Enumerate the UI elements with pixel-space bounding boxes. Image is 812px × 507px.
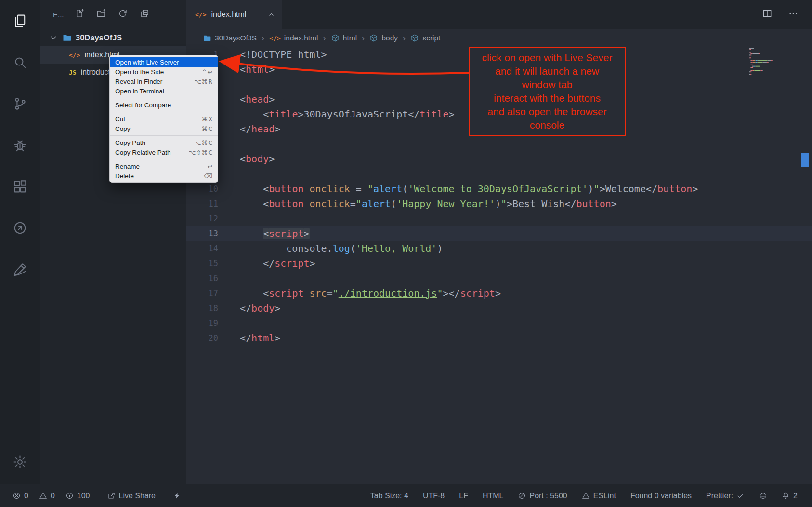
share-icon bbox=[107, 492, 116, 500]
menu-item-label: Reveal in Finder bbox=[115, 78, 162, 85]
breadcrumb-label: html bbox=[343, 34, 357, 42]
menu-item-copy-path[interactable]: Copy Path⌥⌘C bbox=[110, 138, 218, 147]
breadcrumb-body[interactable]: body bbox=[369, 34, 398, 42]
check-icon bbox=[736, 492, 745, 500]
status-found-variables[interactable]: Found 0 variables bbox=[630, 492, 692, 500]
activity-explorer[interactable] bbox=[0, 0, 40, 41]
breadcrumb-separator: › bbox=[403, 33, 406, 43]
code-line-19: 19 bbox=[186, 316, 812, 331]
line-number: 16 bbox=[186, 271, 218, 286]
more-actions-button[interactable] bbox=[788, 8, 799, 21]
status-eol[interactable]: LF bbox=[459, 492, 468, 500]
annotation-text: interact with the buttons bbox=[471, 91, 623, 105]
menu-item-select-for-compare[interactable]: Select for Compare bbox=[110, 100, 218, 110]
status-text: Live Share bbox=[119, 492, 156, 500]
menu-item-copy[interactable]: Copy⌘C bbox=[110, 124, 218, 133]
status-tab-size[interactable]: Tab Size: 4 bbox=[370, 492, 408, 500]
status-eslint[interactable]: ESLint bbox=[582, 492, 616, 500]
menu-item-reveal-in-finder[interactable]: Reveal in Finder⌥⌘R bbox=[110, 77, 218, 86]
status-notifications[interactable]: 2 bbox=[782, 492, 798, 500]
bolt-icon bbox=[173, 492, 181, 500]
status-encoding[interactable]: UTF-8 bbox=[423, 492, 445, 500]
annotation-text: and also open the browser bbox=[471, 105, 623, 118]
breadcrumb-index-html[interactable]: </>index.html bbox=[269, 34, 318, 42]
code-text: <body> bbox=[240, 152, 275, 167]
line-number: 12 bbox=[186, 211, 218, 226]
pen-icon bbox=[13, 262, 27, 277]
menu-item-shortcut: ⌘C bbox=[202, 125, 213, 132]
status-quick-run[interactable] bbox=[173, 492, 181, 500]
minimap[interactable] bbox=[747, 46, 796, 79]
status-text: 2 bbox=[793, 492, 798, 500]
html-icon: </> bbox=[195, 11, 206, 18]
more-icon bbox=[788, 8, 799, 19]
vscode-window: E... 30DaysOfJS</>index.htmlJSintroducti… bbox=[0, 0, 812, 507]
menu-item-label: Select for Compare bbox=[115, 102, 171, 109]
status-prettier[interactable]: Prettier: bbox=[706, 492, 745, 500]
refresh-explorer-button[interactable] bbox=[118, 9, 128, 20]
tree-root-label: 30DaysOfJS bbox=[76, 33, 122, 42]
menu-item-label: Rename bbox=[115, 163, 140, 170]
breadcrumb-html[interactable]: html bbox=[331, 34, 357, 42]
new-file-button[interactable] bbox=[75, 9, 84, 20]
activity-settings[interactable] bbox=[0, 441, 40, 482]
code-text: <title>30DaysOfJavaScript</title> bbox=[240, 107, 455, 122]
menu-item-open-in-terminal[interactable]: Open in Terminal bbox=[110, 86, 218, 96]
chevron-down-icon bbox=[49, 33, 58, 42]
breadcrumb-30daysofjs[interactable]: 30DaysOfJS bbox=[203, 34, 257, 42]
menu-item-open-to-the-side[interactable]: Open to the Side^↩ bbox=[110, 67, 218, 77]
status-bar: 00100Live Share Tab Size: 4UTF-8LFHTMLPo… bbox=[0, 484, 812, 507]
code-line-16: 16 bbox=[186, 271, 812, 286]
menu-item-shortcut: ⌥⌘R bbox=[194, 78, 213, 85]
menu-item-shortcut: ^↩ bbox=[202, 68, 213, 76]
breadcrumbs: 30DaysOfJS›</>index.html›html›body›scrip… bbox=[186, 29, 812, 47]
cube-icon bbox=[369, 34, 378, 42]
refresh-icon bbox=[118, 9, 128, 18]
code-line-13: 13 <script> bbox=[186, 226, 812, 241]
breadcrumb-label: 30DaysOfJS bbox=[215, 34, 257, 42]
collapse-folders-button[interactable] bbox=[140, 9, 149, 20]
code-text: </body> bbox=[240, 301, 280, 316]
tree-root-folder[interactable]: 30DaysOfJS bbox=[40, 29, 186, 46]
status-text: UTF-8 bbox=[423, 492, 445, 500]
status-live-server-port[interactable]: Port : 5500 bbox=[518, 492, 567, 500]
activity-source-control[interactable] bbox=[0, 83, 40, 124]
tab-index-html[interactable]: </>index.html bbox=[186, 0, 282, 29]
menu-item-label: Cut bbox=[115, 116, 125, 123]
warning-icon bbox=[582, 492, 590, 500]
status-warnings[interactable]: 0 bbox=[39, 492, 55, 500]
status-text: LF bbox=[459, 492, 468, 500]
warning-icon bbox=[39, 492, 47, 500]
breadcrumb-separator: › bbox=[262, 33, 264, 43]
menu-item-delete[interactable]: Delete⌫ bbox=[110, 171, 218, 181]
status-feedback-smiley[interactable] bbox=[759, 492, 767, 500]
activity-extensions[interactable] bbox=[0, 166, 40, 207]
split-editor-button[interactable] bbox=[762, 8, 773, 21]
menu-item-cut[interactable]: Cut⌘X bbox=[110, 114, 218, 124]
overview-ruler-marker bbox=[801, 153, 809, 167]
code-line-8: 8<body> bbox=[186, 152, 812, 167]
status-language-mode[interactable]: HTML bbox=[483, 492, 504, 500]
status-right: Tab Size: 4UTF-8LFHTMLPort : 5500ESLintF… bbox=[370, 492, 798, 500]
annotation-text: and it will launch a new bbox=[471, 65, 623, 78]
cube-icon bbox=[331, 34, 340, 42]
menu-item-copy-relative-path[interactable]: Copy Relative Path⌥⇧⌘C bbox=[110, 147, 218, 157]
activity-search[interactable] bbox=[0, 41, 40, 83]
collapse-all-icon bbox=[140, 9, 149, 18]
status-info-count[interactable]: 100 bbox=[65, 492, 90, 500]
code-text: console.log('Hello, World') bbox=[240, 241, 443, 256]
status-live-share[interactable]: Live Share bbox=[107, 492, 156, 500]
close-tab-button[interactable] bbox=[268, 10, 275, 19]
annotation-text: console bbox=[471, 118, 623, 132]
breadcrumb-script[interactable]: script bbox=[410, 34, 440, 42]
menu-item-shortcut: ⌘X bbox=[202, 116, 213, 123]
menu-item-open-with-live-server[interactable]: Open with Live Server bbox=[110, 57, 218, 67]
menu-item-rename[interactable]: Rename↩ bbox=[110, 161, 218, 171]
activity-feedback[interactable] bbox=[0, 248, 40, 290]
activity-run-and-debug[interactable] bbox=[0, 124, 40, 166]
activity-live-share[interactable] bbox=[0, 207, 40, 248]
new-folder-button[interactable] bbox=[96, 9, 106, 20]
tab-label: index.html bbox=[211, 10, 246, 19]
status-text: 0 bbox=[51, 492, 55, 500]
status-errors[interactable]: 0 bbox=[13, 492, 28, 500]
